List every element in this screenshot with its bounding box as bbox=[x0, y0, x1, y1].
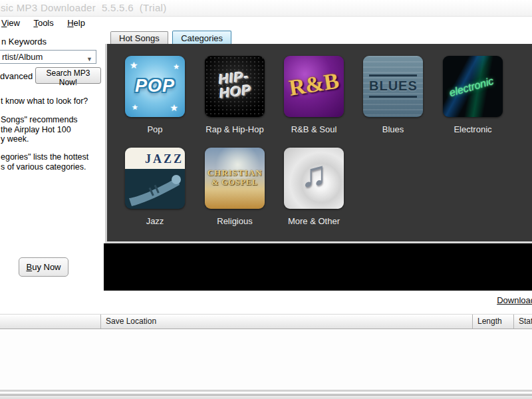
blues-art-text: BLUES bbox=[369, 74, 417, 98]
category-rnb-soul[interactable]: R&B R&B & Soul bbox=[274, 56, 354, 134]
religious-cover: CHRISTIAN & GOSPEL bbox=[205, 148, 265, 209]
advanced-link[interactable]: dvanced bbox=[0, 71, 33, 81]
religious-art-line1: CHRISTIAN bbox=[205, 168, 265, 178]
downloads-list-area bbox=[0, 329, 532, 390]
menu-view[interactable]: View bbox=[0, 17, 24, 29]
category-more-other[interactable]: ♫ More & Other bbox=[274, 148, 354, 226]
star-icon: ★ bbox=[170, 102, 178, 113]
category-label: Religious bbox=[195, 216, 275, 226]
download-link[interactable]: Download bbox=[497, 295, 532, 305]
tab-categories[interactable]: Categories bbox=[172, 31, 231, 44]
help-line: y week. bbox=[1, 134, 78, 144]
title-bar: sic MP3 Downloader 5.5.5.6 (Trial) bbox=[0, 0, 532, 17]
rnb-art-text: R&B bbox=[284, 67, 344, 102]
column-header-length[interactable]: Length bbox=[473, 315, 514, 329]
help-line: the Airplay Hot 100 bbox=[1, 125, 78, 135]
help-line: Songs" recommends bbox=[1, 115, 78, 125]
statusbar-stripe bbox=[0, 394, 532, 396]
menu-bar: View Tools Help bbox=[0, 17, 532, 31]
category-label: Blues bbox=[353, 124, 433, 134]
category-label: Rap & Hip-Hop bbox=[195, 124, 275, 134]
bottom-black-strip bbox=[104, 243, 532, 291]
trumpet-image bbox=[125, 169, 185, 209]
electronic-cover: electronic bbox=[443, 56, 503, 117]
category-label: Electronic bbox=[433, 124, 513, 134]
category-pop[interactable]: ★ ★ ★ ★ POP Pop bbox=[115, 56, 195, 134]
column-header-status[interactable]: Statu bbox=[514, 315, 532, 329]
help-line: s of various categories. bbox=[1, 162, 88, 172]
search-type-value: rtist/Album bbox=[2, 52, 43, 62]
search-mp3-button[interactable]: Search MP3 Now! bbox=[35, 67, 101, 84]
pop-cover: ★ ★ ★ ★ POP bbox=[125, 56, 185, 117]
category-label: Pop bbox=[115, 124, 195, 134]
religious-art-line2: & GOSPEL bbox=[205, 178, 265, 188]
dropdown-arrow-icon: ▼ bbox=[86, 53, 92, 66]
jazz-art-text: JAZZ bbox=[125, 152, 185, 166]
hip-hop-cover: HIP-HOP bbox=[205, 56, 265, 117]
help-intro-text: t know what to look for? bbox=[1, 96, 88, 106]
star-icon: ★ bbox=[173, 63, 180, 71]
buy-now-label: Buy Now bbox=[19, 262, 68, 272]
app-window: sic MP3 Downloader 5.5.5.6 (Trial) View … bbox=[0, 0, 532, 399]
category-rap-hip-hop[interactable]: HIP-HOP Rap & Hip-Hop bbox=[195, 56, 275, 134]
buy-now-button[interactable]: Buy Now bbox=[19, 257, 68, 277]
tab-hot-songs[interactable]: Hot Songs bbox=[110, 31, 168, 44]
electronic-art-text: electronic bbox=[443, 72, 503, 101]
categories-panel: ★ ★ ★ ★ POP Pop HIP-HOP Rap & Hip-Hop R&… bbox=[105, 44, 532, 241]
more-other-cover: ♫ bbox=[284, 148, 344, 209]
search-type-dropdown[interactable]: rtist/Album ▼ bbox=[0, 50, 96, 64]
keywords-label: n Keywords bbox=[1, 37, 47, 47]
window-title: sic MP3 Downloader 5.5.5.6 (Trial) bbox=[1, 2, 167, 13]
category-label: R&B & Soul bbox=[274, 124, 354, 134]
statusbar-stripe bbox=[0, 390, 532, 392]
category-blues[interactable]: BLUES Blues bbox=[353, 56, 433, 134]
menu-tools[interactable]: Tools bbox=[32, 17, 57, 29]
music-note-icon: ♫ bbox=[284, 153, 344, 194]
star-icon: ★ bbox=[130, 60, 138, 70]
menu-help[interactable]: Help bbox=[66, 17, 89, 29]
column-header-name[interactable] bbox=[0, 315, 101, 329]
category-religious[interactable]: CHRISTIAN & GOSPEL Religious bbox=[195, 148, 275, 226]
hip-hop-art-text: HIP-HOP bbox=[213, 68, 257, 100]
rnb-cover: R&B bbox=[284, 56, 344, 117]
downloads-list-header: Save Location Length Statu bbox=[0, 314, 532, 329]
jazz-cover: JAZZ bbox=[125, 148, 185, 209]
help-hot-songs-text: Songs" recommends the Airplay Hot 100 y … bbox=[1, 115, 78, 144]
category-label: More & Other bbox=[274, 216, 354, 226]
help-categories-text: egories" lists the hottest s of various … bbox=[1, 152, 88, 172]
category-tabs: Hot Songs Categories bbox=[105, 31, 233, 44]
star-icon: ★ bbox=[132, 103, 138, 112]
category-electronic[interactable]: electronic Electronic bbox=[433, 56, 513, 134]
column-header-save-location[interactable]: Save Location bbox=[101, 315, 473, 329]
category-jazz[interactable]: JAZZ Jazz bbox=[115, 148, 195, 226]
category-label: Jazz bbox=[115, 216, 195, 226]
blues-cover: BLUES bbox=[363, 56, 423, 117]
help-line: egories" lists the hottest bbox=[1, 152, 88, 162]
pop-art-text: POP bbox=[125, 76, 185, 96]
